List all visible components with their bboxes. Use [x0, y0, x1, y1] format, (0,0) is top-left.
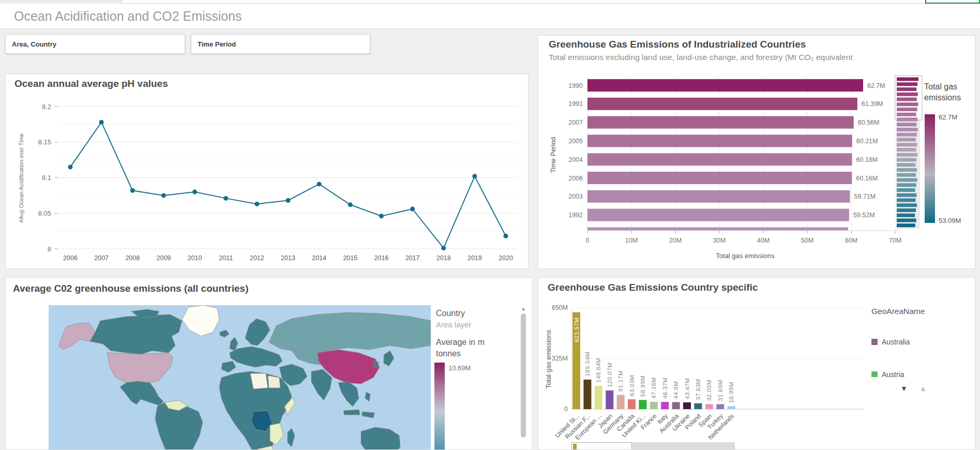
legend-scroll-up-icon[interactable]: ▲	[919, 384, 927, 393]
legend-swatch	[871, 339, 878, 345]
legend-layer-title: Country	[436, 309, 465, 318]
bar-2006[interactable]	[587, 172, 852, 184]
bar-Germany[interactable]	[617, 395, 625, 409]
svg-text:58.99M: 58.99M	[640, 376, 646, 397]
svg-text:18.99M: 18.99M	[728, 382, 734, 403]
legend-title: GeoAreaName	[871, 307, 925, 316]
data-point[interactable]	[223, 196, 228, 201]
legend-max-value: 62.7M	[939, 113, 957, 121]
filter-label: Time Period	[191, 35, 370, 54]
scroll-up-icon[interactable]: ▲	[520, 305, 526, 312]
svg-text:60.16M: 60.16M	[856, 175, 878, 182]
bar-Italy[interactable]	[661, 402, 669, 409]
filter-time-period[interactable]: Time Period	[191, 34, 370, 54]
x-axis-labels: 2006200720082009201020112012201320142015…	[63, 254, 513, 262]
legend-item-austria[interactable]: Austria	[871, 370, 904, 377]
data-point[interactable]	[68, 164, 73, 169]
svg-text:2013: 2013	[281, 254, 295, 262]
legend-title: Total gas emissions	[924, 81, 975, 103]
chart-scroll-navigator[interactable]	[895, 76, 922, 229]
ph-line-chart[interactable]: 88.058.18.158.22006200720082009201020112…	[6, 74, 529, 269]
data-point[interactable]	[441, 246, 446, 250]
bar-Turkey[interactable]	[716, 404, 724, 409]
svg-text:2007: 2007	[94, 254, 109, 262]
bar-Australia[interactable]	[672, 402, 680, 409]
svg-text:120.07M: 120.07M	[607, 363, 613, 387]
minimap-window[interactable]	[571, 442, 632, 450]
bar-Poland[interactable]	[694, 403, 702, 409]
data-point[interactable]	[348, 202, 353, 207]
data-point[interactable]	[472, 174, 477, 178]
bar-Japan[interactable]	[606, 391, 613, 409]
svg-text:44.9M: 44.9M	[673, 381, 679, 399]
svg-text:2018: 2018	[436, 254, 451, 262]
legend-scrollbar[interactable]: ▲	[520, 305, 526, 450]
bar-1992[interactable]	[587, 209, 849, 221]
bar-European ...[interactable]	[595, 386, 602, 409]
svg-text:43.47M: 43.47M	[684, 378, 690, 399]
industrialized-bar-chart[interactable]: 010M20M30M40M50M60M70M199062.7M199161.39…	[538, 36, 975, 269]
bar-Ukraine[interactable]	[683, 402, 691, 409]
bar-Canada[interactable]	[628, 399, 636, 409]
data-point[interactable]	[192, 190, 197, 194]
bar-1991[interactable]	[587, 98, 857, 110]
major-gridlines: 88.058.18.158.2	[38, 103, 518, 253]
svg-text:2006: 2006	[63, 254, 78, 262]
bar-2003[interactable]	[587, 190, 850, 203]
svg-text:621.57M: 621.57M	[574, 318, 580, 342]
scrollbar-thumb[interactable]	[521, 313, 526, 438]
data-point[interactable]	[410, 207, 415, 212]
data-point[interactable]	[161, 193, 166, 198]
data-point[interactable]	[317, 182, 322, 186]
bar-partial[interactable]	[587, 227, 848, 230]
svg-text:59.71M: 59.71M	[854, 193, 876, 200]
svg-text:8.2: 8.2	[42, 103, 51, 111]
world-map[interactable]	[49, 305, 431, 450]
svg-text:8.05: 8.05	[38, 209, 51, 217]
svg-text:31.69M: 31.69M	[717, 380, 723, 401]
bars: 199062.7M199161.39M200760.56M200560.21M2…	[568, 79, 885, 230]
bar-2004[interactable]	[587, 153, 852, 166]
svg-text:2019: 2019	[468, 254, 482, 262]
data-point[interactable]	[130, 188, 135, 193]
data-point[interactable]	[254, 202, 259, 206]
data-point[interactable]	[99, 120, 104, 125]
bar-France[interactable]	[650, 402, 658, 409]
legend-measure-title: Average in m tonnes	[436, 337, 508, 359]
bar-Russian F...[interactable]	[583, 380, 591, 409]
svg-text:46.37M: 46.37M	[662, 378, 668, 399]
svg-text:2008: 2008	[125, 254, 140, 262]
data-point[interactable]	[504, 234, 508, 238]
svg-text:325M: 325M	[552, 355, 568, 362]
legend-item-australia[interactable]: Australia	[871, 338, 910, 346]
selections-bar-sliver[interactable]	[925, 0, 980, 4]
bar-2005[interactable]	[587, 134, 852, 147]
data-point[interactable]	[286, 198, 291, 203]
legend-swatch	[871, 371, 878, 377]
bar-1990[interactable]	[587, 79, 863, 92]
legend-gradient	[434, 363, 445, 450]
top-strip	[0, 0, 980, 4]
svg-text:70M: 70M	[889, 237, 901, 244]
data-point[interactable]	[379, 214, 384, 218]
bar-Netherlands[interactable]	[728, 406, 735, 409]
svg-text:2017: 2017	[405, 254, 420, 262]
svg-text:20M: 20M	[669, 237, 682, 244]
legend-scroll-down-icon[interactable]: ▼	[900, 384, 908, 393]
svg-text:30M: 30M	[713, 237, 726, 244]
svg-text:2015: 2015	[343, 254, 357, 262]
svg-text:2004: 2004	[568, 156, 583, 163]
ph-line-chart-panel: Ocean annual average pH values #Avg Ocea…	[5, 73, 529, 269]
svg-text:60.56M: 60.56M	[858, 119, 880, 126]
bars: 621.57MUnited St...189.54MRussian F...14…	[554, 312, 735, 442]
filter-area-country[interactable]: Area, Country	[5, 34, 185, 54]
country-bar-panel: Greenhouse Gas Emissions Country specifi…	[538, 277, 975, 450]
chart-scroll-minimap[interactable]	[571, 442, 735, 450]
bar-2007[interactable]	[587, 116, 854, 129]
bar-United Ki...[interactable]	[639, 400, 646, 409]
svg-text:91.17M: 91.17M	[617, 370, 624, 392]
bar-Spain[interactable]	[705, 404, 713, 409]
svg-text:8.1: 8.1	[42, 174, 51, 182]
svg-text:1990: 1990	[568, 82, 583, 89]
svg-text:2003: 2003	[568, 193, 583, 200]
